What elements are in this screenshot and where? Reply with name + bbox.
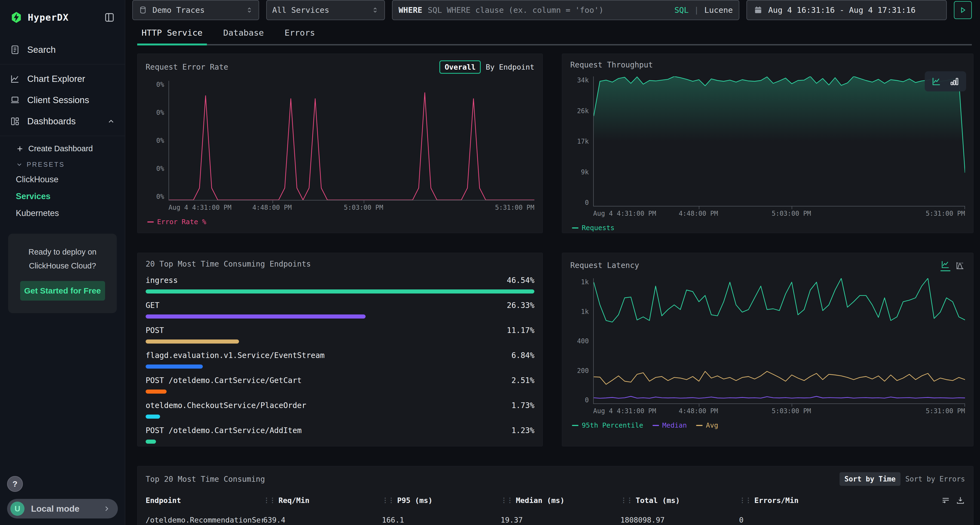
endpoint-row[interactable]: POST /oteldemo.CartService/GetCart2.51%	[146, 376, 535, 393]
endpoint-label: POST /oteldemo.CartService/AddItem	[146, 426, 302, 435]
chart-plot[interactable]	[169, 81, 535, 200]
column-header-label: Total (ms)	[636, 496, 680, 504]
create-dashboard-button[interactable]: Create Dashboard	[16, 140, 125, 155]
column-header-Median (ms)[interactable]: ⋮⋮Median (ms)	[501, 496, 620, 504]
panel-title: Request Error Rate	[146, 63, 228, 71]
where-clause-search[interactable]: WHERE SQL | Lucene	[392, 0, 739, 20]
legend-label: Median	[662, 421, 687, 429]
data-source-value: Demo Traces	[153, 5, 241, 15]
endpoint-row[interactable]: flagd.evaluation.v1.Service/EventStream6…	[146, 351, 535, 369]
series-area-Requests	[594, 76, 965, 206]
y-axis-tick-label: 34k	[577, 76, 589, 84]
series-line-Avg	[594, 371, 965, 384]
line-chart-icon[interactable]	[940, 260, 950, 271]
sidebar-item-dashboards[interactable]: Dashboards	[0, 111, 125, 132]
tab-database[interactable]: Database	[219, 24, 268, 44]
search-input[interactable]	[428, 5, 669, 15]
chart-legend: Requests	[572, 224, 965, 232]
sidebar-item-services[interactable]: Services	[16, 188, 125, 205]
sidebar-item-kubernetes[interactable]: Kubernetes	[16, 205, 125, 222]
y-axis-tick-label: 1k	[581, 308, 589, 316]
sort-by-errors-button[interactable]: Sort by Errors	[905, 475, 965, 483]
histogram-icon[interactable]	[955, 260, 965, 270]
sort-by-time-button[interactable]: Sort by Time	[840, 472, 900, 486]
database-icon	[138, 5, 148, 15]
tab-errors[interactable]: Errors	[280, 24, 319, 44]
bar-chart-icon[interactable]	[949, 76, 959, 87]
endpoint-line: oteldemo.CheckoutService/PlaceOrder1.73%	[146, 401, 535, 410]
endpoint-percentage: 6.84%	[512, 351, 535, 360]
endpoint-label: GET	[146, 301, 159, 310]
endpoint-label: flagd.evaluation.v1.Service/EventStream	[146, 351, 325, 360]
table-body: /oteldemo.RecommendationServ639.4166.119…	[146, 516, 965, 524]
endpoint-label: oteldemo.CheckoutService/PlaceOrder	[146, 401, 306, 410]
chart-plot[interactable]	[593, 76, 965, 206]
column-header-Errors/Min[interactable]: ⋮⋮Errors/Min	[739, 496, 935, 504]
endpoint-line: flagd.evaluation.v1.Service/EventStream6…	[146, 351, 535, 360]
column-grip-icon[interactable]: ⋮⋮	[382, 496, 394, 504]
sql-language-toggle[interactable]: SQL	[674, 5, 689, 15]
endpoint-line: GET26.33%	[146, 301, 535, 310]
time-range-picker[interactable]: Aug 4 16:31:16 - Aug 4 17:31:16	[746, 0, 947, 20]
sidebar-item-search[interactable]: Search	[0, 39, 125, 60]
column-header-Endpoint[interactable]: Endpoint	[146, 496, 263, 504]
legend-dash	[147, 221, 154, 222]
collapse-sidebar-icon[interactable]	[104, 12, 115, 23]
endpoint-label: POST /oteldemo.CartService/GetCart	[146, 376, 302, 385]
column-grip-icon[interactable]: ⋮⋮	[620, 496, 632, 504]
presets-toggle[interactable]: PRESETS	[16, 155, 125, 171]
wrap-text-icon[interactable]	[941, 496, 950, 505]
sidebar-item-chart-explorer[interactable]: Chart Explorer	[0, 68, 125, 89]
table-row[interactable]: /oteldemo.RecommendationServ639.4166.119…	[146, 516, 965, 524]
sidebar-item-client-sessions[interactable]: Client Sessions	[0, 89, 125, 111]
column-header-Total (ms)[interactable]: ⋮⋮Total (ms)	[620, 496, 739, 504]
download-icon[interactable]	[956, 496, 965, 505]
endpoint-percentage: 11.17%	[507, 326, 535, 335]
line-chart-icon[interactable]	[931, 76, 942, 87]
panel-title: Top 20 Most Time Consuming	[146, 475, 265, 484]
endpoint-row[interactable]: ingress46.54%	[146, 276, 535, 293]
sidebar-item-label: Chart Explorer	[27, 74, 85, 84]
endpoint-row[interactable]: GET26.33%	[146, 301, 535, 319]
data-source-select[interactable]: Demo Traces	[132, 0, 259, 20]
service-select[interactable]: All Services	[266, 0, 385, 20]
user-menu[interactable]: U Local mode	[7, 499, 118, 519]
run-query-button[interactable]	[954, 1, 972, 19]
column-grip-icon[interactable]: ⋮⋮	[501, 496, 512, 504]
endpoint-bar	[146, 289, 535, 293]
chevron-up-icon	[107, 117, 115, 125]
y-axis-tick-label: 0%	[156, 109, 164, 116]
endpoint-percentage: 2.51%	[512, 376, 535, 385]
chart-plot[interactable]	[593, 278, 965, 404]
endpoint-row[interactable]: POST /oteldemo.CartService/AddItem1.23%	[146, 426, 535, 444]
by-endpoint-toggle-button[interactable]: By Endpoint	[486, 63, 535, 71]
legend-item: Error Rate %	[147, 218, 206, 226]
help-button[interactable]: ?	[7, 476, 23, 492]
column-header-Req/Min[interactable]: ⋮⋮Req/Min	[263, 496, 382, 504]
select-chevrons-icon	[245, 6, 253, 14]
x-axis-label: 5:03:00 PM	[344, 204, 383, 211]
x-axis-label: Aug 4 4:31:00 PM	[593, 210, 656, 217]
column-header-P95 (ms)[interactable]: ⋮⋮P95 (ms)	[382, 496, 501, 504]
overall-toggle-button[interactable]: Overall	[439, 60, 481, 74]
x-axis-label: 5:03:00 PM	[772, 407, 811, 415]
sidebar: HyperDX Search Chart Explorer Client Ses…	[0, 0, 125, 525]
dashboard-grid: Request Error Rate Overall By Endpoint 0…	[137, 54, 972, 525]
user-mode-label: Local mode	[31, 504, 96, 514]
get-started-button[interactable]: Get Started for Free	[20, 281, 105, 301]
chart-line-icon	[10, 74, 20, 84]
column-header-label: P95 (ms)	[397, 496, 433, 504]
endpoint-row[interactable]: oteldemo.CheckoutService/PlaceOrder1.73%	[146, 401, 535, 419]
chart-area: 0%0%0%0%0%	[146, 81, 535, 200]
column-grip-icon[interactable]: ⋮⋮	[739, 496, 751, 504]
endpoint-row[interactable]: POST11.17%	[146, 326, 535, 344]
chart-type-toolbar	[925, 71, 966, 91]
column-grip-icon[interactable]: ⋮⋮	[263, 496, 275, 504]
sidebar-item-clickhouse[interactable]: ClickHouse	[16, 171, 125, 188]
chevron-down-icon	[16, 161, 23, 168]
x-axis-label: Aug 4 4:31:00 PM	[169, 204, 231, 211]
tab-http-service[interactable]: HTTP Service	[137, 24, 207, 44]
lucene-language-toggle[interactable]: Lucene	[704, 5, 733, 15]
chart-legend: 95th PercentileMedianAvg	[572, 421, 965, 429]
app-root: HyperDX Search Chart Explorer Client Ses…	[0, 0, 980, 525]
